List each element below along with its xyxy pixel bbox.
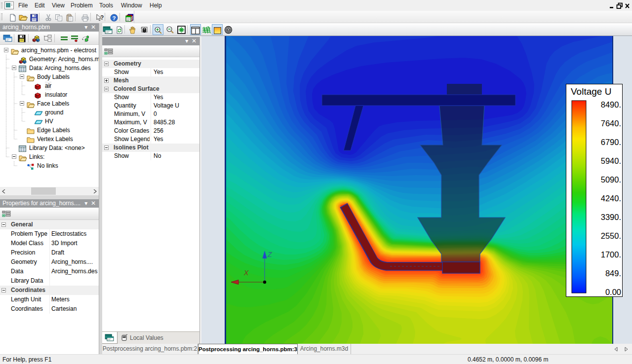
svg-text:7640.: 7640. (601, 119, 621, 128)
svg-text:6790.: 6790. (601, 138, 621, 146)
svg-text:8490.: 8490. (601, 100, 621, 109)
svg-text:?: ? (112, 15, 116, 21)
svg-text:Voltage U: Voltage U (571, 86, 611, 97)
svg-text:5940.: 5940. (601, 156, 621, 165)
svg-text:0.00: 0.00 (605, 288, 621, 296)
svg-text:849.: 849. (605, 269, 621, 278)
svg-text:X: X (243, 269, 249, 277)
svg-text:4240.: 4240. (601, 194, 621, 203)
svg-text:5090.: 5090. (601, 175, 621, 184)
svg-text:1700.: 1700. (601, 250, 621, 259)
svg-text:2550.: 2550. (601, 231, 621, 240)
svg-text:?: ? (100, 14, 104, 21)
svg-text:Z: Z (267, 251, 272, 258)
svg-text:3390.: 3390. (601, 213, 621, 221)
